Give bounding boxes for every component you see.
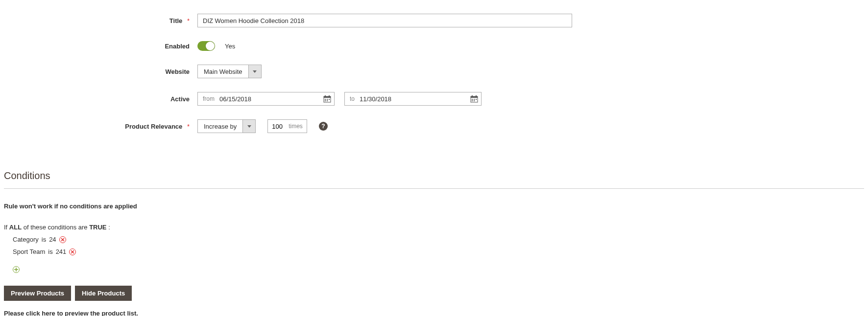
chevron-down-icon <box>248 65 261 78</box>
general-form-section: Title * Enabled Yes Website Main Website… <box>4 4 864 166</box>
relevance-value-input[interactable] <box>272 123 286 130</box>
enabled-toggle[interactable] <box>197 41 215 51</box>
active-label: Active <box>4 95 197 103</box>
svg-rect-17 <box>474 100 475 101</box>
cond-mid: of these conditions are <box>22 224 89 231</box>
calendar-icon[interactable] <box>320 92 334 106</box>
svg-rect-13 <box>472 99 473 100</box>
relevance-action-text: Increase by <box>198 120 242 133</box>
condition-operator[interactable]: is <box>42 236 46 243</box>
svg-rect-4 <box>325 99 326 100</box>
remove-condition-icon[interactable] <box>69 248 76 255</box>
relevance-times-field[interactable]: times <box>267 119 307 133</box>
svg-rect-5 <box>327 99 328 100</box>
cond-colon: : <box>107 224 110 231</box>
website-selected-text: Main Website <box>198 65 248 78</box>
svg-rect-3 <box>329 95 330 97</box>
svg-rect-15 <box>476 99 477 100</box>
required-indicator: * <box>187 17 190 24</box>
svg-rect-12 <box>476 95 477 97</box>
svg-rect-2 <box>325 95 326 97</box>
condition-item: Category is 24 <box>4 236 864 243</box>
chevron-down-icon <box>242 120 255 133</box>
add-condition-icon[interactable] <box>13 266 20 273</box>
relevance-row: Product Relevance * Increase by times ? <box>4 119 864 133</box>
title-label: Title * <box>4 17 197 24</box>
conditions-area: Rule won't work if no conditions are app… <box>4 203 864 316</box>
condition-attribute[interactable]: Category <box>13 236 39 243</box>
preview-products-button[interactable]: Preview Products <box>4 286 71 301</box>
hide-products-button[interactable]: Hide Products <box>75 286 132 301</box>
condition-items: Category is 24Sport Team is 241 <box>4 236 864 255</box>
help-icon[interactable]: ? <box>319 122 328 131</box>
enabled-label: Enabled <box>4 43 197 50</box>
title-input[interactable] <box>197 14 572 27</box>
remove-condition-icon[interactable] <box>59 236 66 243</box>
calendar-icon[interactable] <box>467 92 481 106</box>
svg-rect-8 <box>327 100 328 101</box>
cond-if: If <box>4 224 9 231</box>
active-from-field[interactable]: from <box>197 92 335 106</box>
condition-operator[interactable]: is <box>48 248 52 255</box>
enabled-state-text: Yes <box>225 43 235 50</box>
title-row: Title * <box>4 14 864 27</box>
to-prefix: to <box>345 95 360 102</box>
cond-result[interactable]: TRUE <box>89 224 106 231</box>
svg-rect-16 <box>472 100 473 101</box>
active-to-input[interactable] <box>360 92 467 105</box>
relevance-suffix: times <box>289 123 303 130</box>
website-row: Website Main Website <box>4 65 864 78</box>
relevance-action-select[interactable]: Increase by <box>197 119 256 133</box>
relevance-label: Product Relevance * <box>4 123 197 130</box>
title-label-text: Title <box>169 17 183 24</box>
website-label: Website <box>4 68 197 75</box>
conditions-note: Rule won't work if no conditions are app… <box>4 203 864 210</box>
active-row: Active from to <box>4 92 864 106</box>
preview-hint-text: Please click here to preview the product… <box>4 310 864 316</box>
toggle-knob <box>206 42 215 50</box>
enabled-row: Enabled Yes <box>4 41 864 51</box>
svg-rect-11 <box>472 95 473 97</box>
svg-rect-14 <box>474 99 475 100</box>
condition-value[interactable]: 241 <box>56 248 67 255</box>
active-to-field[interactable]: to <box>344 92 482 106</box>
active-from-input[interactable] <box>219 92 320 105</box>
svg-rect-6 <box>329 99 330 100</box>
condition-item: Sport Team is 241 <box>4 248 864 255</box>
required-indicator: * <box>187 123 190 130</box>
condition-attribute[interactable]: Sport Team <box>13 248 45 255</box>
action-buttons-row: Preview Products Hide Products <box>4 286 864 301</box>
conditions-heading: Conditions <box>4 166 864 189</box>
cond-aggregator[interactable]: ALL <box>9 224 22 231</box>
condition-value[interactable]: 24 <box>49 236 56 243</box>
website-select[interactable]: Main Website <box>197 65 262 78</box>
svg-rect-7 <box>325 100 326 101</box>
relevance-label-text: Product Relevance <box>125 123 182 130</box>
conditions-aggregator-line: If ALL of these conditions are TRUE : <box>4 224 864 231</box>
from-prefix: from <box>198 95 219 102</box>
